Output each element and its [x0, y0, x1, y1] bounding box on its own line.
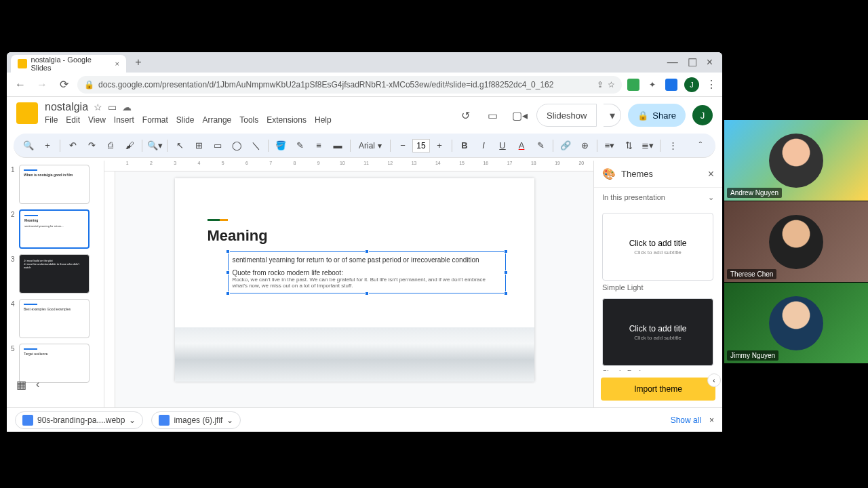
meet-icon[interactable]: ▢◂ — [509, 105, 530, 125]
participant-tile[interactable]: Jimmy Nguyen — [724, 282, 868, 363]
participant-tile[interactable]: Therese Chen — [724, 201, 868, 282]
chevron-down-icon[interactable]: ⌄ — [129, 415, 136, 425]
font-size-increase[interactable]: + — [431, 138, 448, 154]
align-button[interactable]: ≡▾ — [601, 138, 618, 154]
border-dash-button[interactable]: ▬ — [330, 138, 346, 154]
extension-icon[interactable] — [665, 79, 677, 91]
share-button[interactable]: 🔒 Share — [628, 104, 686, 127]
extension-icon[interactable] — [627, 79, 639, 91]
download-item[interactable]: images (6).jfif ⌄ — [151, 411, 241, 429]
menu-file[interactable]: File — [45, 115, 58, 125]
chrome-menu-icon[interactable]: ⋮ — [706, 78, 717, 91]
slides-logo-icon[interactable] — [16, 102, 38, 124]
slide-thumbnail-5[interactable]: Target audience — [19, 344, 90, 383]
comments-icon[interactable]: ▭ — [482, 105, 502, 125]
line-tool[interactable]: ＼ — [248, 138, 264, 154]
forward-button[interactable]: → — [34, 77, 50, 93]
close-panel-icon[interactable]: × — [708, 168, 714, 180]
select-tool[interactable]: ↖ — [172, 138, 188, 154]
browser-tab[interactable]: nostalgia - Google Slides × — [11, 55, 126, 73]
text-box-selected[interactable]: sentimental yearning for return to or of… — [228, 251, 506, 293]
menu-edit[interactable]: Edit — [66, 115, 80, 125]
textbox-tool[interactable]: ⊞ — [191, 138, 207, 154]
list-button[interactable]: ≣▾ — [639, 138, 656, 154]
text-color-button[interactable]: A — [513, 138, 530, 154]
undo-button[interactable]: ↶ — [64, 138, 81, 154]
url-field[interactable]: 🔒 docs.google.com/presentation/d/1JbmAuN… — [77, 76, 622, 94]
slide-stage[interactable]: Meaning sentimental yearning for return … — [115, 171, 593, 407]
zoom-button[interactable]: 🔍▾ — [146, 138, 163, 154]
user-avatar[interactable]: J — [692, 105, 713, 125]
fill-color-button[interactable]: 🪣 — [273, 138, 289, 154]
close-window-icon[interactable]: × — [707, 56, 713, 69]
print-button[interactable]: ⎙ — [102, 138, 119, 154]
menu-tools[interactable]: Tools — [239, 115, 258, 125]
share-url-icon[interactable]: ⇪ — [597, 80, 604, 89]
slideshow-button[interactable]: Slideshow — [536, 104, 597, 127]
search-icon[interactable]: 🔍 — [20, 138, 37, 154]
slide-thumbnail-3[interactable]: -It must build on the plot-It must be un… — [19, 254, 90, 293]
font-picker[interactable]: Arial ▾ — [355, 141, 386, 150]
puzzle-icon[interactable]: ✦ — [646, 79, 658, 91]
new-tab-button[interactable]: + — [130, 54, 146, 70]
slide-title[interactable]: Meaning — [208, 227, 268, 245]
resize-handle[interactable] — [226, 249, 230, 253]
close-tab-icon[interactable]: × — [115, 60, 119, 68]
shape-tool[interactable]: ◯ — [229, 138, 245, 154]
image-tool[interactable]: ▭ — [210, 138, 226, 154]
slideshow-dropdown[interactable]: ▾ — [604, 104, 621, 127]
bold-button[interactable]: B — [456, 138, 473, 154]
new-slide-button[interactable]: + — [39, 138, 56, 154]
border-color-button[interactable]: ✎ — [292, 138, 308, 154]
italic-button[interactable]: I — [475, 138, 492, 154]
minimize-icon[interactable]: — — [667, 56, 678, 69]
import-theme-button[interactable]: Import theme — [601, 378, 715, 401]
resize-handle[interactable] — [226, 291, 230, 296]
reload-button[interactable]: ⟳ — [56, 77, 72, 93]
back-button[interactable]: ← — [12, 77, 28, 93]
menu-view[interactable]: View — [88, 115, 106, 125]
star-icon[interactable]: ☆ — [94, 102, 102, 113]
resize-handle[interactable] — [504, 291, 508, 296]
redo-button[interactable]: ↷ — [83, 138, 100, 154]
menu-arrange[interactable]: Arrange — [203, 115, 232, 125]
menu-extensions[interactable]: Extensions — [267, 115, 307, 125]
history-icon[interactable]: ↺ — [455, 105, 475, 125]
participant-tile[interactable]: Andrew Nguyen — [724, 119, 868, 201]
font-size-decrease[interactable]: − — [395, 138, 411, 154]
document-title[interactable]: nostalgia — [45, 101, 88, 113]
border-weight-button[interactable]: ≡ — [311, 138, 327, 154]
highlight-button[interactable]: ✎ — [532, 138, 549, 154]
chevron-left-icon[interactable]: ‹ — [36, 378, 39, 391]
chevron-down-icon[interactable]: ⌄ — [226, 415, 233, 425]
slide-thumbnail-4[interactable]: Best examples Good examples — [19, 299, 90, 338]
comment-button[interactable]: ⊕ — [576, 138, 593, 154]
slide-thumbnail-2[interactable]: Meaningsentimental yearning for return..… — [19, 209, 90, 249]
line-spacing-button[interactable]: ⇅ — [620, 138, 637, 154]
font-size-input[interactable] — [412, 139, 430, 152]
resize-handle[interactable] — [504, 270, 508, 274]
resize-handle[interactable] — [365, 291, 369, 296]
themes-section-toggle[interactable]: In this presentation⌄ — [594, 188, 722, 207]
resize-handle[interactable] — [226, 270, 230, 274]
paint-format-button[interactable]: 🖌 — [121, 138, 138, 154]
maximize-icon[interactable]: ☐ — [688, 56, 697, 69]
show-all-downloads[interactable]: Show all — [671, 415, 701, 425]
menu-insert[interactable]: Insert — [114, 115, 134, 125]
underline-button[interactable]: U — [494, 138, 511, 154]
resize-handle[interactable] — [365, 249, 369, 253]
theme-simple-dark[interactable]: Click to add title Click to add subtitle — [602, 298, 713, 366]
collapse-panel-icon[interactable]: ‹ — [707, 373, 721, 387]
close-downloads-icon[interactable]: × — [709, 415, 714, 425]
profile-avatar[interactable]: J — [684, 77, 699, 92]
theme-simple-light[interactable]: Click to add title Click to add subtitle — [602, 213, 713, 281]
menu-format[interactable]: Format — [142, 115, 168, 125]
slide-canvas[interactable]: Meaning sentimental yearning for return … — [175, 178, 534, 382]
move-icon[interactable]: ▭ — [108, 102, 117, 113]
menu-slide[interactable]: Slide — [176, 115, 195, 125]
download-item[interactable]: 90s-branding-pa....webp ⌄ — [15, 411, 143, 429]
menu-help[interactable]: Help — [315, 115, 332, 125]
link-button[interactable]: 🔗 — [557, 138, 574, 154]
star-icon[interactable]: ☆ — [608, 80, 615, 89]
cloud-icon[interactable]: ☁ — [122, 102, 132, 113]
